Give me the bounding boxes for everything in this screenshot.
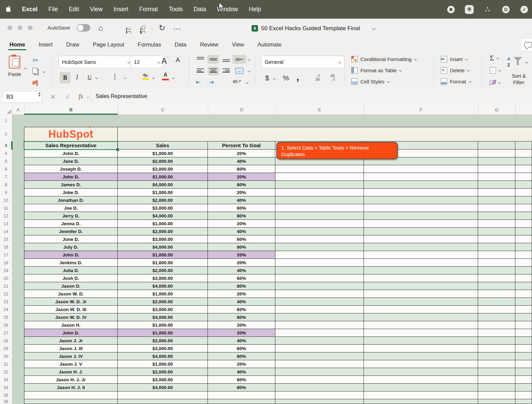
wrap-text-icon[interactable]: ab↩: [233, 55, 246, 64]
cell-B13[interactable]: Jenna D.: [24, 220, 118, 228]
cell-C10[interactable]: $2,000.00: [118, 196, 208, 204]
cell-C6[interactable]: $3,000.00: [118, 165, 208, 173]
cell-H7[interactable]: [515, 173, 532, 181]
format-painter-icon[interactable]: [33, 81, 38, 86]
cell-B9[interactable]: Jobe D.: [24, 189, 118, 196]
cell-H23[interactable]: [515, 298, 532, 306]
cell-F7[interactable]: [364, 173, 478, 181]
cell-E21[interactable]: [275, 282, 364, 290]
screen-record-icon[interactable]: [447, 5, 455, 14]
cell-C16[interactable]: $4,000.00: [118, 243, 208, 251]
cell-G28[interactable]: [478, 337, 515, 345]
fill-color-chevron-icon[interactable]: [152, 76, 155, 79]
cell-C28[interactable]: $2,000.00: [118, 337, 208, 345]
sort-filter-button[interactable]: A Z: [507, 56, 510, 68]
cell-B20[interactable]: Josh D.: [24, 274, 118, 282]
cell-B28[interactable]: Jason J. Jr: [24, 337, 118, 345]
cell-H8[interactable]: [515, 181, 532, 189]
control-center-icon[interactable]: ✳: [465, 5, 474, 14]
currency-chevron-icon[interactable]: [273, 77, 276, 80]
cell-D36[interactable]: [208, 399, 275, 404]
cell-C36[interactable]: [118, 399, 208, 404]
cell-G22[interactable]: [478, 290, 515, 298]
autosave-toggle[interactable]: [77, 24, 90, 32]
row-header-35[interactable]: 35: [0, 391, 12, 399]
cell-H3[interactable]: [515, 141, 532, 150]
header-cell-B3[interactable]: Sales Representative: [24, 141, 118, 150]
cell-F30[interactable]: [364, 352, 478, 360]
decrease-decimal-icon[interactable]: .00→0: [330, 74, 335, 81]
column-header-C[interactable]: C: [118, 104, 208, 115]
orientation-icon[interactable]: ab↗: [233, 79, 241, 84]
clear-button[interactable]: [490, 78, 500, 87]
row-header-7[interactable]: 7: [0, 173, 12, 181]
cell-H24[interactable]: [515, 306, 532, 313]
cell-H19[interactable]: [515, 267, 532, 274]
cell-B33[interactable]: Jason H. J. Jr: [24, 376, 118, 384]
italic-button[interactable]: I: [76, 74, 78, 81]
cell-E9[interactable]: [275, 189, 364, 196]
header-cell-D3[interactable]: Percent To Goal: [208, 141, 275, 150]
tab-home[interactable]: Home: [3, 37, 32, 52]
row-header-25[interactable]: 25: [0, 313, 12, 321]
cell-G9[interactable]: [478, 189, 515, 196]
cell-F35[interactable]: [364, 391, 478, 399]
cell-F14[interactable]: [364, 228, 478, 235]
tab-page-layout[interactable]: Page Layout: [86, 37, 131, 52]
row-header-2[interactable]: 2: [0, 127, 12, 141]
font-color-chevron-icon[interactable]: [172, 76, 175, 79]
cell-D4[interactable]: 20%: [208, 150, 275, 157]
cell-D9[interactable]: 20%: [208, 189, 275, 196]
cell-E14[interactable]: [275, 228, 364, 235]
cell-G3[interactable]: [478, 141, 515, 150]
cell-H15[interactable]: [515, 235, 532, 243]
menu-item-file[interactable]: File: [43, 6, 63, 13]
cell-G13[interactable]: [478, 220, 515, 228]
cell-F11[interactable]: [364, 204, 478, 212]
font-size-select[interactable]: 12: [130, 56, 163, 68]
merge-chevron-icon[interactable]: [248, 70, 251, 72]
cell-H33[interactable]: [515, 376, 532, 384]
paste-chevron-icon[interactable]: [24, 66, 27, 69]
cell-E31[interactable]: [275, 360, 364, 368]
cell-F26[interactable]: [364, 321, 478, 329]
column-header-partial[interactable]: [515, 104, 532, 115]
row-header-30[interactable]: 30: [0, 352, 12, 360]
row-header-3[interactable]: 3: [0, 141, 12, 150]
cell-D26[interactable]: 20%: [208, 321, 275, 329]
cell-B25[interactable]: Jason W. D. IV: [24, 313, 118, 321]
cell-C31[interactable]: $1,000.00: [118, 360, 208, 368]
cell-B17[interactable]: John D.: [24, 251, 118, 259]
row-header-4[interactable]: 4: [0, 150, 12, 157]
cell-E22[interactable]: [275, 290, 364, 298]
title-chevron-icon[interactable]: [372, 26, 375, 30]
cell-G12[interactable]: [478, 212, 515, 220]
cell-G4[interactable]: [478, 150, 515, 157]
cell-E10[interactable]: [275, 196, 364, 204]
fill-color-icon[interactable]: [142, 73, 149, 80]
font-name-select[interactable]: HubSpot Sans: [58, 56, 134, 68]
cell-G29[interactable]: [478, 345, 515, 352]
cell-H32[interactable]: [515, 368, 532, 376]
cell-F29[interactable]: [364, 345, 478, 352]
menu-item-format[interactable]: Format: [134, 6, 163, 13]
sort-filter-chevron-icon[interactable]: [525, 61, 528, 63]
cell-G36[interactable]: [478, 399, 515, 404]
name-box[interactable]: B3: [2, 91, 42, 103]
cell-B19[interactable]: Julia D.: [24, 267, 118, 274]
cell-G7[interactable]: [478, 173, 515, 181]
cell-F27[interactable]: [364, 329, 478, 337]
cell-C13[interactable]: $1,000.00: [118, 220, 208, 228]
row-header-9[interactable]: 9: [0, 189, 12, 196]
cell-B27[interactable]: John D.: [24, 329, 118, 337]
cell-G32[interactable]: [478, 368, 515, 376]
cell-C26[interactable]: $1,000.00: [118, 321, 208, 329]
cell-C27[interactable]: $1,000.00: [118, 329, 208, 337]
row-header-26[interactable]: 26: [0, 321, 12, 329]
row-header-32[interactable]: 32: [0, 368, 12, 376]
cell-B34[interactable]: Jason H. J. II: [24, 384, 118, 391]
cell-G18[interactable]: [478, 259, 515, 267]
cell-E26[interactable]: [275, 321, 364, 329]
row-header-18[interactable]: 18: [0, 259, 12, 267]
row-header-10[interactable]: 10: [0, 196, 12, 204]
